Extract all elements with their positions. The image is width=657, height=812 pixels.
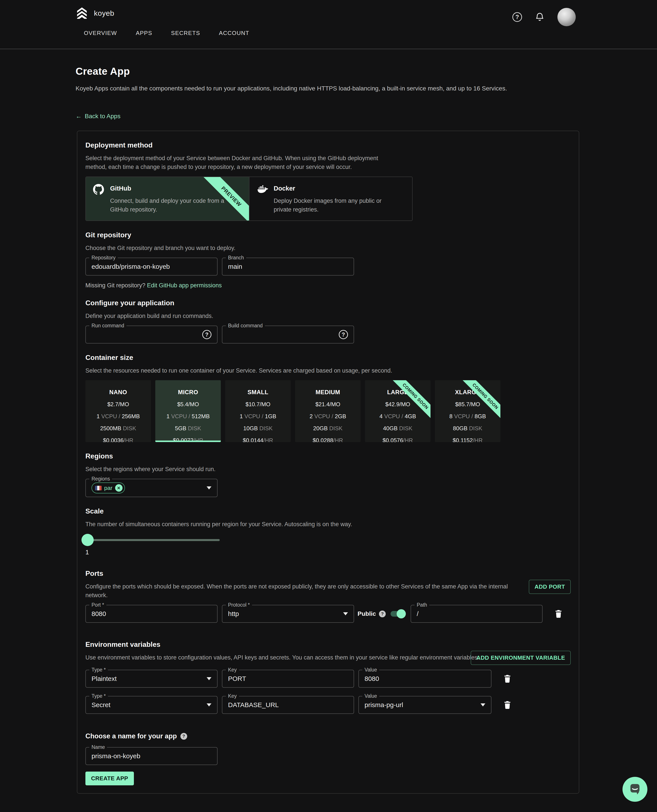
env-key-input[interactable] xyxy=(228,675,348,683)
edit-github-permissions-link[interactable]: Edit GitHub app permissions xyxy=(147,282,222,289)
create-app-form: Deployment method Select the deployment … xyxy=(77,131,579,794)
size-card-nano[interactable]: NANO $2.7/MO 1 VCPU / 256MB 2500MB DISK … xyxy=(86,380,151,442)
scale-section: Scale The number of simultaneous contain… xyxy=(86,508,571,556)
docker-icon xyxy=(257,184,268,195)
app-name-field[interactable]: Name xyxy=(86,747,218,765)
regions-select[interactable]: Regions par ✕ xyxy=(86,479,218,497)
build-command-field[interactable]: Build command ? xyxy=(222,326,354,343)
deployment-option-github[interactable]: GitHub Connect, build and deploy your co… xyxy=(86,177,249,220)
flag-france-icon xyxy=(95,486,101,490)
chevron-down-icon xyxy=(343,612,348,615)
ports-section: Ports ADD PORT Configure the ports which… xyxy=(86,570,571,623)
repository-field[interactable]: Repository xyxy=(86,258,218,276)
size-card-small[interactable]: SMALL $10.7/MO 1 VCPU / 1GB 10GB DISK $0… xyxy=(225,380,291,442)
remove-region-icon[interactable]: ✕ xyxy=(115,484,123,492)
docker-option-description: Deploy Docker images from any public or … xyxy=(274,196,393,214)
add-port-button[interactable]: ADD PORT xyxy=(529,580,571,594)
slider-track[interactable] xyxy=(87,539,220,541)
size-card-xlarge[interactable]: XLARGE $85.7/MO 8 VCPU / 8GB 80GB DISK $… xyxy=(435,380,500,442)
app-name-section: Choose a name for your app ? Name CREATE… xyxy=(86,733,571,786)
run-command-field[interactable]: Run command ? xyxy=(86,326,218,343)
delete-env-var-button[interactable] xyxy=(502,699,512,711)
ports-heading: Ports xyxy=(86,570,571,577)
top-header: koyeb ? OVERVIEW APPS SECRETS ACCOUNT xyxy=(0,0,657,49)
nav-account[interactable]: ACCOUNT xyxy=(219,30,249,36)
scale-heading: Scale xyxy=(86,508,571,514)
nav-apps[interactable]: APPS xyxy=(136,30,152,36)
regions-description: Select the regions where your Service sh… xyxy=(86,465,571,474)
nav-overview[interactable]: OVERVIEW xyxy=(84,30,117,36)
notifications-bell-icon[interactable] xyxy=(535,12,545,22)
chevron-down-icon xyxy=(207,677,212,680)
missing-repo-hint: Missing Git repository? Edit GitHub app … xyxy=(86,282,571,289)
env-row: Type * Plaintext Key Value xyxy=(86,670,571,688)
regions-section: Regions Select the regions where your Se… xyxy=(86,452,571,497)
port-input[interactable] xyxy=(92,610,212,617)
help-icon[interactable]: ? xyxy=(512,12,522,22)
regions-heading: Regions xyxy=(86,452,571,460)
container-size-description: Select the resources needed to run one c… xyxy=(86,366,571,375)
page-description: Koyeb Apps contain all the components ne… xyxy=(76,83,510,94)
configure-heading: Configure your application xyxy=(86,299,571,306)
size-card-large[interactable]: LARGE $42.9/MO 4 VCPU / 4GB 40GB DISK $0… xyxy=(365,380,431,442)
env-heading: Environment variables xyxy=(86,641,571,648)
brand-name[interactable]: koyeb xyxy=(94,9,114,17)
chevron-down-icon xyxy=(481,703,485,706)
chevron-down-icon xyxy=(207,703,212,706)
region-chip-par[interactable]: par ✕ xyxy=(92,483,125,493)
run-command-help-icon[interactable]: ? xyxy=(202,330,212,339)
protocol-select[interactable]: Protocol * http xyxy=(222,605,354,623)
build-command-input[interactable] xyxy=(228,331,339,338)
branch-field[interactable]: Branch xyxy=(222,258,354,276)
app-name-heading: Choose a name for your app xyxy=(86,733,177,740)
env-value-field[interactable]: Value xyxy=(358,670,492,688)
main-nav: OVERVIEW APPS SECRETS ACCOUNT xyxy=(84,30,657,36)
avatar[interactable] xyxy=(557,8,576,26)
deployment-option-docker[interactable]: Docker Deploy Docker images from any pub… xyxy=(249,177,412,220)
env-row: Type * Secret Key Value prisma-pg-url xyxy=(86,696,571,714)
path-field[interactable]: Path xyxy=(411,605,543,623)
build-command-help-icon[interactable]: ? xyxy=(339,330,348,339)
size-card-micro[interactable]: MICRO $5.4/MO 1 VCPU / 512MB 5GB DISK $0… xyxy=(155,380,221,442)
env-type-select[interactable]: Type * Secret xyxy=(86,696,218,714)
public-help-icon[interactable]: ? xyxy=(379,611,386,617)
github-icon xyxy=(93,184,104,195)
env-value-input[interactable] xyxy=(364,675,485,683)
app-name-help-icon[interactable]: ? xyxy=(181,733,187,740)
app-name-input[interactable] xyxy=(92,752,212,760)
env-description: Use environment variables to store confi… xyxy=(86,653,498,662)
env-value-select[interactable]: Value prisma-pg-url xyxy=(358,696,492,714)
create-app-button[interactable]: CREATE APP xyxy=(86,771,134,786)
scale-value: 1 xyxy=(86,549,571,556)
container-size-section: Container size Select the resources need… xyxy=(86,354,571,442)
public-toggle[interactable] xyxy=(391,611,404,617)
env-key-field[interactable]: Key xyxy=(222,696,354,714)
slider-thumb[interactable] xyxy=(81,534,94,546)
deployment-method-section: Deployment method Select the deployment … xyxy=(86,142,571,221)
environment-variables-section: Environment variables ADD ENVIRONMENT VA… xyxy=(86,641,571,714)
add-environment-variable-button[interactable]: ADD ENVIRONMENT VARIABLE xyxy=(471,651,571,665)
size-card-medium[interactable]: MEDIUM $21.4/MO 2 VCPU / 2GB 20GB DISK $… xyxy=(295,380,361,442)
delete-port-button[interactable] xyxy=(553,608,564,619)
env-key-field[interactable]: Key xyxy=(222,670,354,688)
chat-launcher[interactable] xyxy=(623,777,648,802)
path-input[interactable] xyxy=(417,610,536,617)
deployment-description: Select the deployment method of your Ser… xyxy=(86,154,400,171)
delete-env-var-button[interactable] xyxy=(502,673,512,684)
container-size-options: NANO $2.7/MO 1 VCPU / 256MB 2500MB DISK … xyxy=(86,380,571,442)
env-type-select[interactable]: Type * Plaintext xyxy=(86,670,218,688)
repository-input[interactable] xyxy=(92,263,212,270)
deployment-heading: Deployment method xyxy=(86,142,571,149)
env-key-input[interactable] xyxy=(228,701,348,709)
port-field[interactable]: Port * xyxy=(86,605,218,623)
docker-option-title: Docker xyxy=(274,183,406,192)
run-command-input[interactable] xyxy=(92,331,202,338)
page-title: Create App xyxy=(76,65,581,77)
back-to-apps-link[interactable]: ← Back to Apps xyxy=(76,113,120,120)
koyeb-logo-icon[interactable] xyxy=(77,8,87,19)
branch-input[interactable] xyxy=(228,263,348,270)
nav-secrets[interactable]: SECRETS xyxy=(171,30,200,36)
git-heading: Git repository xyxy=(86,231,571,238)
ports-description: Configure the ports which should be expo… xyxy=(86,582,526,600)
scale-slider[interactable] xyxy=(86,534,225,546)
